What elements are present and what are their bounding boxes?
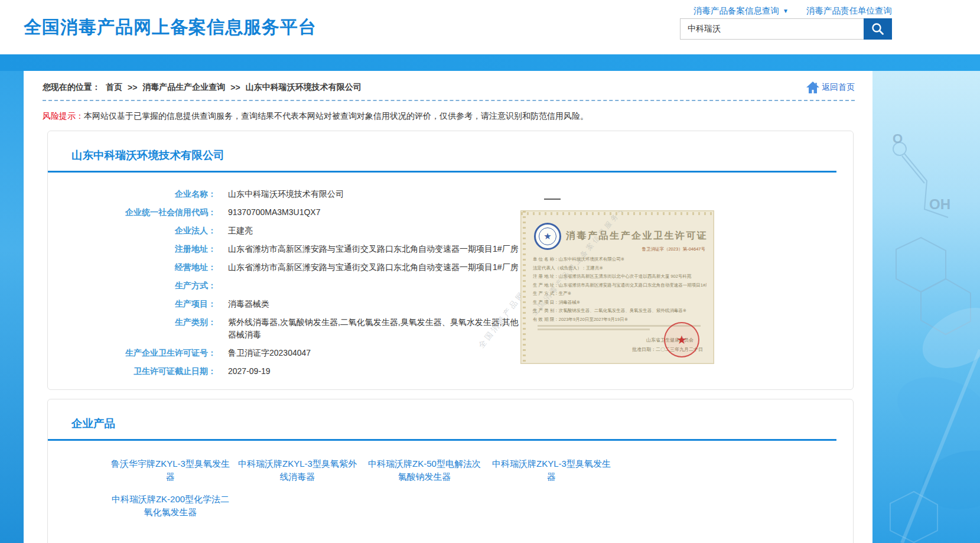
field-label: 企业法人： <box>48 225 216 237</box>
field-label: 生产企业卫生许可证号： <box>48 347 216 359</box>
certificate-line: 生 产 类 别：次氯酸钠发生器、二氧化氯发生器、臭氧发生器、紫外线消毒器※ <box>533 307 706 314</box>
company-info-card: 山东中科瑞沃环境技术有限公司 企业名称： 山东中科瑞沃环境技术有限公司 企业统一… <box>47 131 854 390</box>
svg-text:OH: OH <box>929 196 950 212</box>
risk-notice-text: 本网站仅基于已掌握的信息提供查询服务，查询结果不代表本网站对被查询对象信用状况的… <box>84 111 588 121</box>
certificate-scan-mark <box>544 199 561 200</box>
certificate-line: 法定代表人（或负责人）：王建亮※ <box>533 265 706 272</box>
product-link[interactable]: 中科瑞沃牌ZK-200型化学法二氧化氯发生器 <box>110 493 231 519</box>
field-row-license-number: 生产企业卫生许可证号： 鲁卫消证字202304047 <box>48 347 853 359</box>
field-label: 卫生许可证截止日期： <box>48 365 216 378</box>
license-certificate-image: 全国消毒产品网上备案信息服务平台 全国消毒产品网上备案信息服务平台 ★ 消毒产品… <box>494 190 730 379</box>
field-value: 山东中科瑞沃环境技术有限公司 <box>228 188 523 200</box>
background-right-strip: OH O <box>872 54 980 543</box>
certificate: 全国消毒产品网上备案信息服务平台 ★ 消毒产品生产企业卫生许可证 鲁卫消证字（2… <box>520 210 714 364</box>
field-label: 生产方式： <box>48 279 216 292</box>
product-link[interactable]: 鲁沃华宇牌ZKYL-3型臭氧发生器 <box>110 457 231 483</box>
certificate-line: 生 产 方 式：生产※ <box>533 290 706 297</box>
field-label: 注册地址： <box>48 243 216 255</box>
certificate-red-seal-icon: ★ <box>664 322 699 357</box>
product-link[interactable]: 中科瑞沃牌ZKYL-3型臭氧发生器 <box>491 457 612 483</box>
products-card: 企业产品 鲁沃华宇牌ZKYL-3型臭氧发生器 中科瑞沃牌ZKYL-3型臭氧紫外线… <box>47 399 854 543</box>
company-card-title: 山东中科瑞沃环境技术有限公司 <box>71 148 853 162</box>
field-value: 消毒器械类 <box>228 298 523 310</box>
nav-responsible-unit-link[interactable]: 消毒产品责任单位查询 <box>806 5 892 17</box>
certificate-line: 生 产 项 目：消毒器械※ <box>533 299 706 306</box>
breadcrumb-enterprise-query-link[interactable]: 消毒产品生产企业查询 <box>142 82 225 93</box>
company-fields: 企业名称： 山东中科瑞沃环境技术有限公司 企业统一社会信用代码： 9137070… <box>48 173 853 378</box>
background-chemistry-art: OH O <box>872 54 980 543</box>
field-row-business-address: 经营地址： 山东省潍坊市高新区潍安路与宝通街交叉路口东北角自动变速器一期项目1#… <box>48 261 853 274</box>
certificate-emblem-star: ★ <box>539 227 556 245</box>
field-value: 山东省潍坊市高新区潍安路与宝通街交叉路口东北角自动变速器一期项目1#厂房 <box>228 261 523 274</box>
field-row-production-project: 生产项目： 消毒器械类 <box>48 298 853 310</box>
products-grid: 鲁沃华宇牌ZKYL-3型臭氧发生器 中科瑞沃牌ZKYL-3型臭氧紫外线消毒器 中… <box>110 457 630 519</box>
search-input[interactable] <box>680 18 864 40</box>
breadcrumb: 您现在的位置： 首页 >> 消毒产品生产企业查询 >> 山东中科瑞沃环境技术有限… <box>43 82 362 93</box>
certificate-emblem-icon: ★ <box>534 223 561 250</box>
site-title: 全国消毒产品网上备案信息服务平台 <box>24 15 317 40</box>
risk-notice: 风险提示：本网站仅基于已掌握的信息提供查询服务，查询结果不代表本网站对被查询对象… <box>43 110 855 122</box>
products-card-rule <box>48 439 836 441</box>
field-value: 鲁卫消证字202304047 <box>228 347 523 359</box>
certificate-line: 注 册 地 址：山东省潍坊高新区玉清东街以北中心次干道以西高新大厦 902号科苑 <box>533 273 706 280</box>
chevron-down-icon: ▼ <box>783 8 789 14</box>
breadcrumb-separator: >> <box>230 83 240 92</box>
back-home-label: 返回首页 <box>822 82 855 93</box>
site-header: 全国消毒产品网上备案信息服务平台 消毒产品备案信息查询 ▼ 消毒产品责任单位查询 <box>0 0 980 54</box>
nav-filing-query-link[interactable]: 消毒产品备案信息查询 ▼ <box>694 5 789 17</box>
svg-text:O: O <box>893 131 903 146</box>
search-icon <box>871 22 885 36</box>
product-link[interactable]: 中科瑞沃牌ZKYL-3型臭氧紫外线消毒器 <box>237 457 358 483</box>
field-row-credit-code: 企业统一社会信用代码： 91370700MA3M3U1QX7 <box>48 206 853 219</box>
field-label: 生产项目： <box>48 298 216 310</box>
field-row-company-name: 企业名称： 山东中科瑞沃环境技术有限公司 <box>48 188 853 200</box>
top-nav: 消毒产品备案信息查询 ▼ 消毒产品责任单位查询 <box>694 5 892 17</box>
certificate-body: 单 位 名 称：山东中科瑞沃环境技术有限公司※ 法定代表人（或负责人）：王建亮※… <box>533 256 706 330</box>
search-button[interactable] <box>864 18 892 40</box>
home-icon <box>806 81 820 94</box>
field-value: 91370700MA3M3U1QX7 <box>228 206 523 219</box>
field-value: 山东省潍坊市高新区潍安路与宝通街交叉路口东北角自动变速器一期项目1#厂房 <box>228 243 523 255</box>
breadcrumb-prefix: 您现在的位置： <box>43 82 100 93</box>
field-row-legal-person: 企业法人： 王建亮 <box>48 225 853 237</box>
search-bar <box>680 18 892 40</box>
breadcrumb-row: 您现在的位置： 首页 >> 消毒产品生产企业查询 >> 山东中科瑞沃环境技术有限… <box>43 78 855 97</box>
background-left-strip <box>0 54 24 543</box>
certificate-title: 消毒产品生产企业卫生许可证 <box>566 230 708 242</box>
certificate-line: 生 产 地 址：山东省潍坊市高新区潍安路与宝通街交叉路口东北角自动变速器一期项目… <box>533 282 706 289</box>
certificate-fine-print <box>538 329 650 330</box>
seal-star-icon: ★ <box>676 333 687 347</box>
certificate-perforation-left <box>523 211 526 363</box>
field-value: 2027-09-19 <box>228 365 523 378</box>
header-blue-band <box>0 54 980 71</box>
field-label: 企业名称： <box>48 188 216 200</box>
back-home-link[interactable]: 返回首页 <box>806 81 855 94</box>
nav-responsible-unit-label: 消毒产品责任单位查询 <box>806 5 892 17</box>
certificate-number: 鲁卫消证字（2023）第-04647号 <box>642 246 705 252</box>
field-row-production-category: 生产类别： 紫外线消毒器,次氯酸钠发生器,二氧化氯发生器,臭氧发生器、臭氧水发生… <box>48 316 853 341</box>
breadcrumb-home-link[interactable]: 首页 <box>106 82 122 93</box>
dashed-separator <box>43 100 855 101</box>
field-value: 王建亮 <box>228 225 523 237</box>
breadcrumb-separator: >> <box>128 83 137 92</box>
breadcrumb-current-company: 山东中科瑞沃环境技术有限公司 <box>246 82 362 93</box>
field-label: 经营地址： <box>48 261 216 274</box>
field-row-registered-address: 注册地址： 山东省潍坊市高新区潍安路与宝通街交叉路口东北角自动变速器一期项目1#… <box>48 243 853 255</box>
field-label: 生产类别： <box>48 316 216 329</box>
field-row-production-mode: 生产方式： <box>48 279 853 292</box>
field-label: 企业统一社会信用代码： <box>48 206 216 219</box>
certificate-line: 单 位 名 称：山东中科瑞沃环境技术有限公司※ <box>533 256 706 263</box>
main-panel: 您现在的位置： 首页 >> 消毒产品生产企业查询 >> 山东中科瑞沃环境技术有限… <box>24 71 872 543</box>
risk-notice-label: 风险提示： <box>43 111 84 121</box>
nav-filing-query-label: 消毒产品备案信息查询 <box>694 5 779 17</box>
product-link[interactable]: 中科瑞沃牌ZK-50型电解法次氯酸钠发生器 <box>364 457 485 483</box>
field-value: 紫外线消毒器,次氯酸钠发生器,二氧化氯发生器,臭氧发生器、臭氧水发生器,其他器械… <box>228 316 523 341</box>
products-card-title: 企业产品 <box>71 416 853 431</box>
field-row-license-expiry: 卫生许可证截止日期： 2027-09-19 <box>48 365 853 378</box>
